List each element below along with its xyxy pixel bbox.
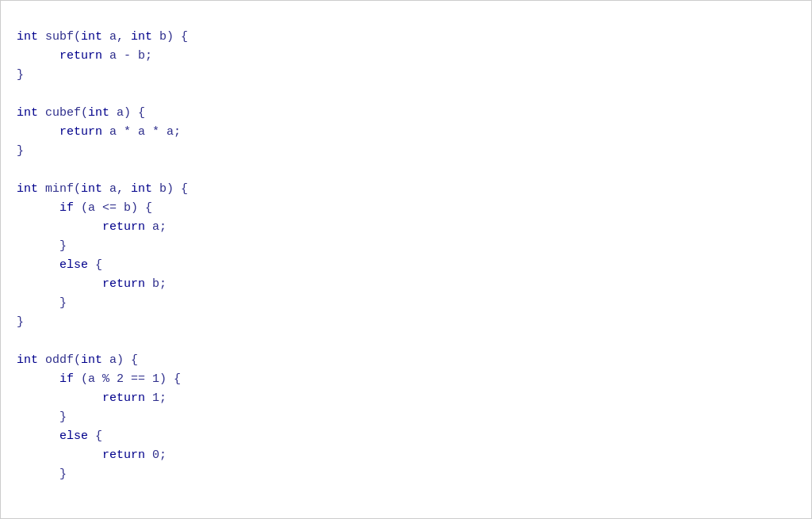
- line-11: return a;: [17, 220, 167, 234]
- line-24: }: [17, 467, 67, 481]
- line-18: int oddf(int a) {: [17, 353, 138, 367]
- line-9: int minf(int a, int b) {: [17, 182, 188, 196]
- line-7: }: [17, 144, 24, 158]
- line-3: }: [17, 68, 24, 82]
- line-15: }: [17, 296, 67, 310]
- line-2: return a - b;: [17, 49, 152, 63]
- line-23: return 0;: [17, 448, 167, 462]
- line-21: }: [17, 410, 67, 424]
- code-editor: int subf(int a, int b) { return a - b; }…: [0, 0, 812, 519]
- line-16: }: [17, 315, 24, 329]
- line-1: int subf(int a, int b) {: [17, 30, 188, 44]
- line-12: }: [17, 239, 67, 253]
- line-13: else {: [17, 258, 102, 272]
- line-10: if (a <= b) {: [17, 201, 152, 215]
- line-6: return a * a * a;: [17, 125, 181, 139]
- code-content: int subf(int a, int b) { return a - b; }…: [17, 9, 795, 503]
- line-14: return b;: [17, 277, 167, 291]
- line-5: int cubef(int a) {: [17, 106, 145, 120]
- line-20: return 1;: [17, 391, 167, 405]
- line-22: else {: [17, 429, 102, 443]
- line-19: if (a % 2 == 1) {: [17, 372, 181, 386]
